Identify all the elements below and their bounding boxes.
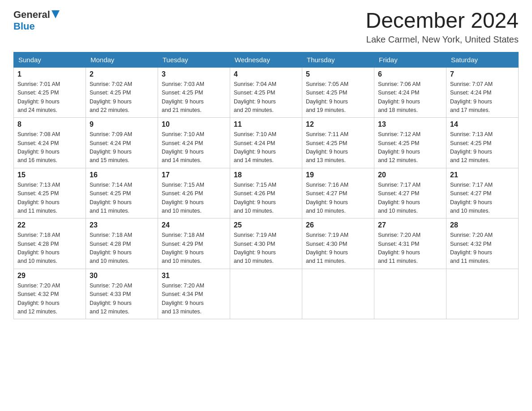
day-info: Sunrise: 7:20 AM Sunset: 4:32 PM Dayligh… <box>450 231 515 266</box>
calendar-cell: 8 Sunrise: 7:08 AM Sunset: 4:24 PM Dayli… <box>14 118 86 168</box>
weekday-header-friday: Friday <box>374 52 446 67</box>
calendar-cell: 7 Sunrise: 7:07 AM Sunset: 4:24 PM Dayli… <box>446 67 519 118</box>
calendar-cell: 6 Sunrise: 7:06 AM Sunset: 4:24 PM Dayli… <box>374 67 446 118</box>
weekday-header-sunday: Sunday <box>14 52 86 67</box>
day-info: Sunrise: 7:05 AM Sunset: 4:25 PM Dayligh… <box>306 80 370 115</box>
day-number: 24 <box>162 221 226 229</box>
weekday-header-thursday: Thursday <box>302 52 374 67</box>
calendar-cell: 4 Sunrise: 7:04 AM Sunset: 4:25 PM Dayli… <box>230 67 302 118</box>
calendar-cell: 22 Sunrise: 7:18 AM Sunset: 4:28 PM Dayl… <box>14 218 86 269</box>
calendar-cell: 19 Sunrise: 7:16 AM Sunset: 4:27 PM Dayl… <box>302 168 374 218</box>
day-number: 30 <box>90 272 154 280</box>
day-info: Sunrise: 7:08 AM Sunset: 4:24 PM Dayligh… <box>17 130 82 165</box>
calendar-week-row: 29 Sunrise: 7:20 AM Sunset: 4:32 PM Dayl… <box>14 269 519 319</box>
day-number: 8 <box>17 120 82 128</box>
day-info: Sunrise: 7:06 AM Sunset: 4:24 PM Dayligh… <box>378 80 442 115</box>
day-number: 29 <box>17 272 82 280</box>
weekday-header-monday: Monday <box>86 52 158 67</box>
day-info: Sunrise: 7:16 AM Sunset: 4:27 PM Dayligh… <box>306 181 370 216</box>
day-number: 16 <box>90 171 154 179</box>
day-number: 12 <box>306 120 370 128</box>
day-info: Sunrise: 7:18 AM Sunset: 4:28 PM Dayligh… <box>17 231 82 266</box>
calendar-header-row: SundayMondayTuesdayWednesdayThursdayFrid… <box>14 52 519 67</box>
calendar-cell: 30 Sunrise: 7:20 AM Sunset: 4:33 PM Dayl… <box>86 269 158 319</box>
day-info: Sunrise: 7:11 AM Sunset: 4:25 PM Dayligh… <box>306 130 370 165</box>
calendar-cell: 16 Sunrise: 7:14 AM Sunset: 4:25 PM Dayl… <box>86 168 158 218</box>
calendar-cell: 28 Sunrise: 7:20 AM Sunset: 4:32 PM Dayl… <box>446 218 519 269</box>
day-number: 14 <box>450 120 515 128</box>
day-number: 4 <box>234 70 298 78</box>
calendar-cell: 5 Sunrise: 7:05 AM Sunset: 4:25 PM Dayli… <box>302 67 374 118</box>
day-number: 23 <box>90 221 154 229</box>
calendar-cell: 24 Sunrise: 7:18 AM Sunset: 4:29 PM Dayl… <box>158 218 230 269</box>
calendar-cell: 12 Sunrise: 7:11 AM Sunset: 4:25 PM Dayl… <box>302 118 374 168</box>
day-info: Sunrise: 7:18 AM Sunset: 4:28 PM Dayligh… <box>90 231 154 266</box>
day-number: 1 <box>17 70 82 78</box>
calendar-cell: 10 Sunrise: 7:10 AM Sunset: 4:24 PM Dayl… <box>158 118 230 168</box>
day-number: 18 <box>234 171 298 179</box>
calendar-cell: 31 Sunrise: 7:20 AM Sunset: 4:34 PM Dayl… <box>158 269 230 319</box>
logo: General Blue <box>13 9 60 32</box>
day-number: 26 <box>306 221 370 229</box>
day-info: Sunrise: 7:19 AM Sunset: 4:30 PM Dayligh… <box>306 231 370 266</box>
day-number: 6 <box>378 70 442 78</box>
day-number: 22 <box>17 221 82 229</box>
weekday-header-tuesday: Tuesday <box>158 52 230 67</box>
day-number: 19 <box>306 171 370 179</box>
day-info: Sunrise: 7:20 AM Sunset: 4:32 PM Dayligh… <box>17 282 82 317</box>
day-info: Sunrise: 7:20 AM Sunset: 4:33 PM Dayligh… <box>90 282 154 317</box>
day-info: Sunrise: 7:15 AM Sunset: 4:26 PM Dayligh… <box>234 181 298 216</box>
day-info: Sunrise: 7:09 AM Sunset: 4:24 PM Dayligh… <box>90 130 154 165</box>
calendar-cell: 15 Sunrise: 7:13 AM Sunset: 4:25 PM Dayl… <box>14 168 86 218</box>
calendar-cell: 17 Sunrise: 7:15 AM Sunset: 4:26 PM Dayl… <box>158 168 230 218</box>
calendar-cell: 13 Sunrise: 7:12 AM Sunset: 4:25 PM Dayl… <box>374 118 446 168</box>
calendar-week-row: 22 Sunrise: 7:18 AM Sunset: 4:28 PM Dayl… <box>14 218 519 269</box>
day-number: 20 <box>378 171 442 179</box>
calendar-cell: 11 Sunrise: 7:10 AM Sunset: 4:24 PM Dayl… <box>230 118 302 168</box>
logo-blue-text: Blue <box>13 21 35 32</box>
calendar-cell: 14 Sunrise: 7:13 AM Sunset: 4:25 PM Dayl… <box>446 118 519 168</box>
day-info: Sunrise: 7:10 AM Sunset: 4:24 PM Dayligh… <box>162 130 226 165</box>
calendar-cell: 18 Sunrise: 7:15 AM Sunset: 4:26 PM Dayl… <box>230 168 302 218</box>
day-number: 9 <box>90 120 154 128</box>
day-number: 10 <box>162 120 226 128</box>
day-number: 3 <box>162 70 226 78</box>
calendar-table: SundayMondayTuesdayWednesdayThursdayFrid… <box>13 52 519 320</box>
day-info: Sunrise: 7:20 AM Sunset: 4:31 PM Dayligh… <box>378 231 442 266</box>
calendar-cell: 20 Sunrise: 7:17 AM Sunset: 4:27 PM Dayl… <box>374 168 446 218</box>
day-info: Sunrise: 7:15 AM Sunset: 4:26 PM Dayligh… <box>162 181 226 216</box>
calendar-cell: 21 Sunrise: 7:17 AM Sunset: 4:27 PM Dayl… <box>446 168 519 218</box>
day-number: 5 <box>306 70 370 78</box>
calendar-cell: 27 Sunrise: 7:20 AM Sunset: 4:31 PM Dayl… <box>374 218 446 269</box>
day-info: Sunrise: 7:04 AM Sunset: 4:25 PM Dayligh… <box>234 80 298 115</box>
calendar-cell: 29 Sunrise: 7:20 AM Sunset: 4:32 PM Dayl… <box>14 269 86 319</box>
day-info: Sunrise: 7:01 AM Sunset: 4:25 PM Dayligh… <box>17 80 82 115</box>
title-block: December 2024 Lake Carmel, New York, Uni… <box>365 9 519 45</box>
day-number: 15 <box>17 171 82 179</box>
day-number: 7 <box>450 70 515 78</box>
calendar-cell: 9 Sunrise: 7:09 AM Sunset: 4:24 PM Dayli… <box>86 118 158 168</box>
day-number: 11 <box>234 120 298 128</box>
calendar-cell: 23 Sunrise: 7:18 AM Sunset: 4:28 PM Dayl… <box>86 218 158 269</box>
day-number: 31 <box>162 272 226 280</box>
calendar-cell <box>446 269 519 319</box>
page-header: General Blue December 2024 Lake Carmel, … <box>13 9 519 45</box>
calendar-cell <box>230 269 302 319</box>
calendar-week-row: 8 Sunrise: 7:08 AM Sunset: 4:24 PM Dayli… <box>14 118 519 168</box>
day-info: Sunrise: 7:07 AM Sunset: 4:24 PM Dayligh… <box>450 80 515 115</box>
calendar-cell: 26 Sunrise: 7:19 AM Sunset: 4:30 PM Dayl… <box>302 218 374 269</box>
logo-general-text: General <box>13 9 50 21</box>
day-number: 13 <box>378 120 442 128</box>
day-info: Sunrise: 7:12 AM Sunset: 4:25 PM Dayligh… <box>378 130 442 165</box>
calendar-cell <box>302 269 374 319</box>
location-title: Lake Carmel, New York, United States <box>365 34 519 45</box>
day-info: Sunrise: 7:17 AM Sunset: 4:27 PM Dayligh… <box>450 181 515 216</box>
day-number: 28 <box>450 221 515 229</box>
day-info: Sunrise: 7:17 AM Sunset: 4:27 PM Dayligh… <box>378 181 442 216</box>
month-title: December 2024 <box>365 9 519 33</box>
day-number: 25 <box>234 221 298 229</box>
calendar-cell: 3 Sunrise: 7:03 AM Sunset: 4:25 PM Dayli… <box>158 67 230 118</box>
calendar-cell <box>374 269 446 319</box>
day-info: Sunrise: 7:10 AM Sunset: 4:24 PM Dayligh… <box>234 130 298 165</box>
day-info: Sunrise: 7:19 AM Sunset: 4:30 PM Dayligh… <box>234 231 298 266</box>
